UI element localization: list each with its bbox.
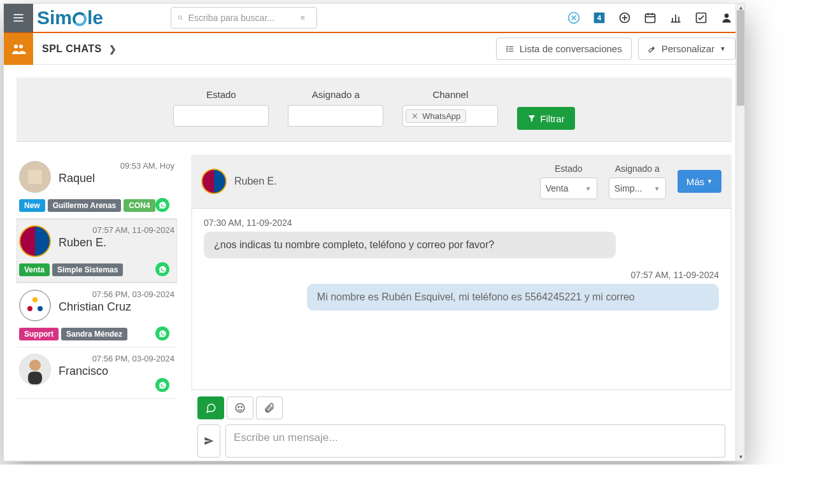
svg-point-41 [241, 407, 243, 408]
svg-point-29 [507, 50, 508, 51]
svg-rect-38 [28, 372, 42, 384]
caret-down-icon: ▼ [720, 45, 726, 52]
avatar [19, 161, 51, 193]
tag: Support [19, 328, 59, 340]
avatar [19, 354, 51, 386]
section-title[interactable]: SPL CHATS ❯ [33, 43, 117, 55]
caret-down-icon: ▼ [654, 185, 660, 192]
conversation-item[interactable]: 09:53 AM, Hoy Raquel NewGuillermo Arenas… [17, 155, 177, 219]
topnav-add-icon[interactable] [618, 11, 631, 24]
message-time: 07:30 AM, 11-09-2024 [204, 218, 719, 228]
chip-remove-icon[interactable]: ✕ [411, 111, 418, 121]
chat-messages-area[interactable]: 07:30 AM, 11-09-2024¿nos indicas tu nomb… [192, 209, 730, 389]
topnav-user-icon[interactable] [720, 11, 733, 24]
caret-down-icon: ▼ [707, 178, 713, 185]
chat-asignado-value: Simp... [615, 183, 643, 193]
whatsapp-icon [155, 262, 169, 276]
chevron-right-icon: ❯ [109, 44, 117, 54]
filter-channel-input[interactable]: ✕ WhatsApp [402, 105, 498, 127]
customize-button[interactable]: Personalizar ▼ [638, 38, 735, 60]
channel-chip[interactable]: ✕ WhatsApp [406, 109, 466, 123]
more-button[interactable]: Más ▼ [678, 170, 721, 193]
filter-asignado-input[interactable] [288, 105, 383, 127]
conversation-name: Ruben E. [59, 236, 174, 249]
conversation-list-button[interactable]: Lista de conversaciones [496, 38, 632, 60]
conversation-time: 07:56 PM, 03-09-2024 [59, 354, 174, 363]
conversation-name: Christian Cruz [59, 300, 174, 314]
svg-point-23 [19, 45, 23, 48]
search-icon [178, 13, 183, 22]
svg-point-32 [20, 290, 50, 321]
filter-channel-label: Channel [432, 89, 468, 100]
conversation-item[interactable]: 07:57 AM, 11-09-2024 Ruben E. VentaSimpl… [17, 219, 177, 283]
tag: New [19, 199, 45, 212]
conversation-list-label: Lista de conversaciones [520, 43, 622, 54]
chat-estado-select[interactable]: Venta▼ [540, 178, 597, 199]
conversation-time: 07:56 PM, 03-09-2024 [59, 290, 174, 299]
page-scrollbar[interactable]: ▴ ▾ [735, 4, 744, 461]
section-title-text: SPL CHATS [42, 43, 102, 54]
topnav-checkbox-icon[interactable] [695, 11, 707, 24]
speech-bubble-icon [205, 402, 217, 414]
conversation-name: Raquel [59, 172, 174, 185]
smiley-icon [234, 402, 246, 414]
compose-tab-attach[interactable] [256, 396, 283, 419]
compose-tab-emoji[interactable] [227, 396, 253, 419]
chat-avatar [201, 169, 227, 194]
topnav-calendar-icon[interactable] [644, 11, 657, 24]
svg-point-35 [38, 306, 43, 311]
svg-point-27 [507, 46, 508, 46]
conversation-time: 09:53 AM, Hoy [59, 161, 174, 171]
tag: Sandra Méndez [61, 328, 127, 340]
more-button-label: Más [686, 176, 704, 187]
chat-asignado-label: Asignado a [615, 164, 660, 174]
compose-tab-message[interactable] [197, 396, 224, 419]
filter-asignado-label: Asignado a [312, 89, 360, 100]
conversation-list[interactable]: 09:53 AM, Hoy Raquel NewGuillermo Arenas… [17, 155, 182, 461]
chat-estado-label: Estado [555, 164, 583, 174]
topnav-x-icon[interactable] [567, 11, 580, 24]
message-time: 07:57 AM, 11-09-2024 [204, 270, 719, 280]
tag: Venta [19, 263, 50, 276]
paper-plane-icon [204, 436, 214, 446]
svg-point-22 [14, 45, 18, 48]
menu-hamburger-button[interactable] [4, 3, 33, 32]
message-input[interactable] [225, 424, 725, 458]
svg-rect-31 [28, 170, 42, 184]
tag: CON4 [124, 199, 155, 212]
conversation-item[interactable]: 07:56 PM, 03-09-2024 Francisco [17, 347, 177, 399]
search-input[interactable] [188, 13, 300, 23]
avatar [19, 225, 51, 257]
chat-asignado-select[interactable]: Simp...▼ [609, 178, 666, 199]
avatar [19, 290, 51, 321]
message-bubble: Mi nombre es Rubén Esquivel, mi teléfono… [307, 284, 719, 311]
svg-rect-12 [646, 14, 655, 22]
whatsapp-icon [155, 198, 169, 212]
filter-estado-input[interactable] [173, 105, 269, 127]
list-icon [506, 45, 515, 53]
paperclip-icon [264, 402, 275, 414]
tag: Simple Sistemas [52, 263, 123, 276]
conversation-item[interactable]: 07:56 PM, 03-09-2024 Christian Cruz Supp… [17, 283, 177, 347]
topnav-4-icon[interactable]: 4 [593, 11, 606, 24]
svg-text:4: 4 [597, 13, 602, 22]
filter-button[interactable]: Filtrar [517, 107, 574, 130]
tag: Guillermo Arenas [48, 199, 122, 212]
chat-contact-name: Ruben E. [234, 176, 277, 187]
svg-point-37 [29, 360, 41, 371]
filter-button-label: Filtrar [540, 113, 564, 124]
search-dropdown-icon[interactable] [300, 13, 306, 22]
chat-estado-value: Venta [546, 183, 569, 193]
global-search[interactable] [171, 7, 317, 29]
svg-point-34 [27, 306, 32, 311]
svg-point-3 [178, 16, 181, 19]
svg-point-40 [238, 407, 239, 408]
send-button[interactable] [197, 424, 220, 458]
whatsapp-icon [155, 326, 169, 340]
topnav-chart-icon[interactable] [669, 11, 682, 24]
svg-point-39 [236, 403, 245, 412]
caret-down-icon: ▼ [585, 185, 592, 192]
logo[interactable]: Simle [33, 7, 107, 29]
module-icon [4, 33, 33, 65]
svg-point-33 [32, 297, 38, 302]
